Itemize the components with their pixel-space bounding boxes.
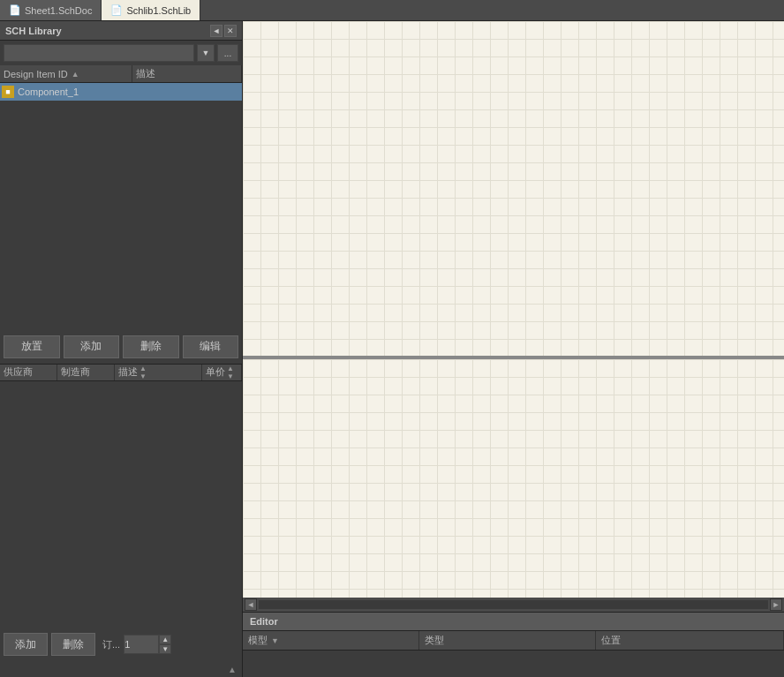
tab-bar: 📄 Sheet1.SchDoc 📄 Schlib1.SchLib: [0, 0, 784, 21]
right-panel: ◄ ► Editor 模型 ▼ 类型 位置: [243, 21, 784, 677]
search-area: ▼ ...: [0, 41, 242, 65]
canvas-top[interactable]: [243, 21, 784, 356]
tab-schlib1-label: Schlib1.SchLib: [126, 5, 191, 16]
collapse-button[interactable]: ▲: [226, 663, 238, 675]
sheet1-icon: 📄: [9, 4, 21, 16]
list-item[interactable]: ■ Component_1: [0, 83, 242, 101]
stepper-up[interactable]: ▲: [159, 635, 171, 644]
stepper-down[interactable]: ▼: [159, 644, 171, 654]
h-scroll-left[interactable]: ◄: [245, 598, 257, 611]
manufacturer-label: 制造商: [61, 365, 90, 379]
action-buttons: 放置 添加 删除 编辑: [0, 330, 242, 364]
component-icon: ■: [2, 86, 14, 98]
quantity-stepper-group: 1 ▲ ▼: [124, 635, 171, 654]
price-up-arrow: ▲: [227, 365, 234, 372]
position-label: 位置: [601, 634, 621, 647]
editor-panel: Editor 模型 ▼ 类型 位置: [243, 612, 784, 677]
model-label: 模型: [248, 634, 268, 647]
editor-col-model[interactable]: 模型 ▼: [243, 631, 419, 650]
supply-list: [0, 381, 242, 628]
search-dropdown-button[interactable]: ▼: [197, 44, 215, 62]
vendor-label: 供应商: [4, 365, 33, 379]
supply-add-button[interactable]: 添加: [4, 633, 48, 656]
up-arrow: ▲: [139, 365, 147, 372]
col-header-supply-desc[interactable]: 描述 ▲ ▼: [115, 365, 202, 380]
h-scroll-track[interactable]: [259, 600, 768, 609]
close-button[interactable]: ✕: [224, 25, 237, 37]
add-button[interactable]: 添加: [64, 335, 120, 358]
editor-header: Editor: [243, 612, 784, 631]
type-label: 类型: [425, 634, 444, 647]
editor-col-position[interactable]: 位置: [596, 631, 784, 650]
col-id-label: Design Item ID: [4, 69, 68, 79]
canvas-bottom[interactable]: [243, 359, 784, 598]
pin-button[interactable]: ◄: [210, 25, 222, 37]
col-header-vendor[interactable]: 供应商: [0, 365, 57, 380]
price-down-arrow: ▼: [227, 372, 234, 380]
panel-title: SCH Library: [5, 26, 62, 36]
search-input[interactable]: [4, 44, 194, 62]
canvas-grid: [243, 21, 784, 356]
sort-arrow-id: ▲: [72, 70, 79, 79]
model-arrow: ▼: [271, 636, 279, 645]
left-panel: SCH Library ◄ ✕ ▼ ... Design Item ID ▲ 描…: [0, 21, 243, 677]
collapse-area: ▲: [0, 661, 242, 677]
col-header-id[interactable]: Design Item ID ▲: [0, 65, 132, 82]
price-scroll-arrows: ▲ ▼: [227, 365, 234, 380]
panel-header: SCH Library ◄ ✕: [0, 21, 242, 41]
supply-delete-button[interactable]: 删除: [51, 633, 95, 656]
supply-action-buttons: 添加 删除 订... 1 ▲ ▼: [0, 628, 242, 661]
component-name: Component_1: [18, 87, 79, 97]
down-arrow: ▼: [139, 372, 147, 380]
editor-table-header: 模型 ▼ 类型 位置: [243, 631, 784, 651]
component-list-header: Design Item ID ▲ 描述: [0, 65, 242, 83]
editor-title: Editor: [250, 616, 278, 627]
panel-controls: ◄ ✕: [210, 25, 237, 37]
quantity-input[interactable]: 1: [124, 635, 159, 654]
col-header-desc[interactable]: 描述: [132, 65, 242, 82]
supply-scroll-arrows: ▲ ▼: [139, 365, 147, 380]
h-scroll-right[interactable]: ►: [770, 598, 782, 611]
tab-schlib1[interactable]: 📄 Schlib1.SchLib: [102, 0, 200, 20]
canvas-grid-bottom: [243, 359, 784, 598]
h-scroll-area: ◄ ►: [243, 598, 784, 612]
place-button[interactable]: 放置: [4, 335, 60, 358]
editor-body: [243, 651, 784, 677]
tab-sheet1-label: Sheet1.SchDoc: [25, 5, 92, 16]
quantity-stepper: ▲ ▼: [159, 635, 171, 654]
edit-button[interactable]: 编辑: [183, 335, 239, 358]
schlib1-icon: 📄: [110, 4, 123, 16]
order-label: 订...: [102, 638, 120, 651]
col-desc-label: 描述: [136, 67, 155, 80]
delete-button[interactable]: 删除: [123, 335, 179, 358]
search-more-button[interactable]: ...: [217, 44, 238, 62]
main-layout: SCH Library ◄ ✕ ▼ ... Design Item ID ▲ 描…: [0, 21, 784, 677]
col-header-price[interactable]: 单价 ▲ ▼: [202, 365, 242, 380]
supply-table-header: 供应商 制造商 描述 ▲ ▼ 单价 ▲ ▼: [0, 364, 242, 381]
tab-sheet1[interactable]: 📄 Sheet1.SchDoc: [0, 0, 102, 20]
col-header-manufacturer[interactable]: 制造商: [57, 365, 115, 380]
component-list: ■ Component_1: [0, 83, 242, 330]
supply-desc-label: 描述: [118, 365, 138, 379]
editor-col-type[interactable]: 类型: [419, 631, 596, 650]
price-label: 单价: [206, 365, 225, 379]
